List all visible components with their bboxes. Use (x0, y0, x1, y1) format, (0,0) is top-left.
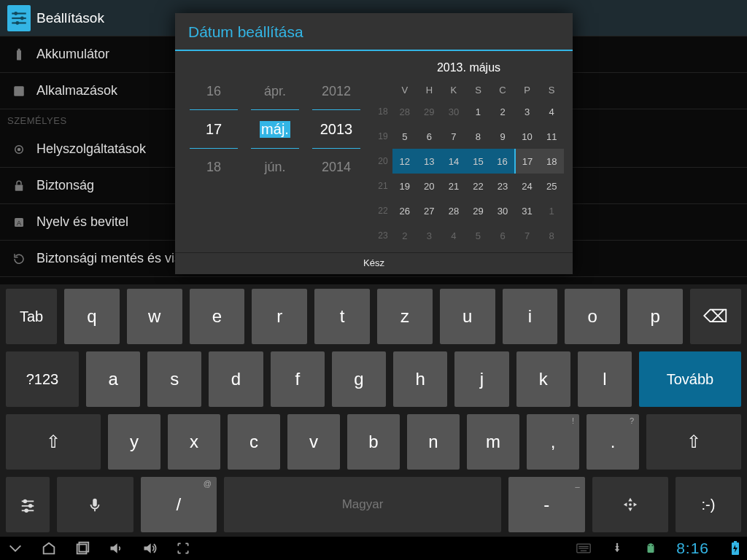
calendar-day[interactable]: 31 (515, 198, 540, 223)
spacebar[interactable]: Magyar (224, 477, 501, 532)
key-c[interactable]: c (228, 414, 280, 470)
month-spinner[interactable]: ápr. máj. jún. (251, 73, 299, 248)
key-z[interactable]: z (377, 289, 433, 344)
calendar-day[interactable]: 6 (417, 124, 442, 149)
calendar-day[interactable]: 16 (490, 149, 515, 174)
day-spinner[interactable]: 16 17 18 (190, 73, 238, 248)
key-l[interactable]: l (578, 351, 632, 407)
key-t[interactable]: t (314, 289, 370, 344)
spinner-prev[interactable]: 2012 (312, 73, 360, 109)
calendar-day[interactable]: 4 (441, 223, 466, 248)
calendar-day[interactable]: 30 (490, 198, 515, 223)
key-Tab[interactable]: Tab (6, 289, 57, 344)
key-r[interactable]: r (252, 289, 307, 344)
spinner-next[interactable]: 2014 (312, 149, 360, 185)
key-m[interactable]: m (467, 414, 519, 470)
key-x[interactable]: x (168, 414, 220, 470)
calendar-day[interactable]: 28 (441, 198, 466, 223)
spinner-prev[interactable]: ápr. (251, 73, 299, 109)
home-button[interactable] (41, 540, 57, 556)
calendar-day[interactable]: 1 (539, 198, 564, 223)
dpad-key[interactable] (592, 477, 669, 532)
calendar-day[interactable]: 5 (466, 223, 491, 248)
calendar-day[interactable]: 24 (515, 174, 540, 198)
spinner-next[interactable]: jún. (251, 149, 299, 185)
key-w[interactable]: w (127, 289, 182, 344)
key-[interactable]: ,! (527, 414, 579, 470)
calendar-day[interactable]: 12 (392, 149, 417, 174)
key-f[interactable]: f (271, 351, 325, 407)
key-u[interactable]: u (440, 289, 495, 344)
hide-keyboard-button[interactable] (7, 540, 23, 556)
calendar-day[interactable]: 1 (466, 99, 491, 124)
key-q[interactable]: q (64, 289, 120, 344)
calendar-day[interactable]: 9 (490, 124, 515, 149)
key-p[interactable]: p (627, 289, 683, 344)
next-key[interactable]: Tovább (639, 351, 741, 407)
backspace-key[interactable]: ⌫ (690, 289, 741, 344)
mic-key[interactable] (57, 477, 133, 532)
key-123[interactable]: ?123 (6, 351, 79, 407)
calendar-day[interactable]: 5 (392, 124, 417, 149)
calendar-day[interactable]: 29 (466, 198, 491, 223)
key-o[interactable]: o (565, 289, 620, 344)
calendar-day[interactable]: 19 (392, 174, 417, 198)
calendar-day[interactable]: 2 (392, 223, 417, 248)
calendar-day[interactable]: 15 (466, 149, 491, 174)
calendar-day[interactable]: 29 (417, 99, 442, 124)
calendar-day[interactable]: 28 (392, 99, 417, 124)
key-[interactable]: .? (587, 414, 639, 470)
calendar-day[interactable]: 18 (539, 149, 564, 174)
calendar-day[interactable]: 10 (515, 124, 540, 149)
calendar-day[interactable]: 7 (441, 124, 466, 149)
calendar-day[interactable]: 8 (466, 124, 491, 149)
settings-key[interactable] (6, 477, 50, 532)
calendar-day[interactable]: 22 (466, 174, 491, 198)
key-[interactable]: -_ (508, 477, 585, 532)
shift-key[interactable]: ⇧ (6, 414, 101, 470)
calendar-day[interactable]: 26 (392, 198, 417, 223)
calendar-day[interactable]: 6 (490, 223, 515, 248)
calendar-day[interactable]: 30 (441, 99, 466, 124)
key-e[interactable]: e (190, 289, 245, 344)
recents-button[interactable] (74, 540, 90, 556)
calendar-day[interactable]: 4 (539, 99, 564, 124)
calendar-day[interactable]: 2 (490, 99, 515, 124)
calendar-day[interactable]: 20 (417, 174, 442, 198)
keyboard-switch-icon[interactable] (576, 540, 592, 556)
year-spinner[interactable]: 2012 2013 2014 (312, 73, 360, 248)
emoji-key[interactable]: :-) (676, 477, 741, 532)
key-d[interactable]: d (209, 351, 263, 407)
spinner-prev[interactable]: 16 (190, 73, 238, 109)
done-button[interactable]: Kész (175, 252, 573, 274)
spinner-next[interactable]: 18 (190, 149, 238, 185)
shift-key-right[interactable]: ⇧ (646, 414, 741, 470)
key-[interactable]: /@ (141, 477, 217, 532)
key-k[interactable]: k (516, 351, 570, 407)
calendar-day[interactable]: 21 (441, 174, 466, 198)
key-v[interactable]: v (287, 414, 340, 470)
volume-down-button[interactable] (108, 540, 124, 556)
calendar-day[interactable]: 17 (515, 149, 540, 174)
calendar-day[interactable]: 11 (539, 124, 564, 149)
volume-up-button[interactable] (142, 540, 158, 556)
key-j[interactable]: j (454, 351, 508, 407)
calendar-day[interactable]: 7 (515, 223, 540, 248)
calendar-day[interactable]: 23 (490, 174, 515, 198)
calendar-day[interactable]: 25 (539, 174, 564, 198)
key-n[interactable]: n (407, 414, 460, 470)
calendar-day[interactable]: 3 (417, 223, 442, 248)
calendar-day[interactable]: 14 (441, 149, 466, 174)
calendar-day[interactable]: 3 (515, 99, 540, 124)
key-g[interactable]: g (332, 351, 386, 407)
key-h[interactable]: h (393, 351, 447, 407)
key-i[interactable]: i (503, 289, 558, 344)
key-b[interactable]: b (347, 414, 400, 470)
key-s[interactable]: s (147, 351, 201, 407)
calendar-day[interactable]: 27 (417, 198, 442, 223)
calendar-day[interactable]: 13 (417, 149, 442, 174)
screenshot-button[interactable] (175, 540, 191, 556)
key-y[interactable]: y (108, 414, 160, 470)
calendar-day[interactable]: 8 (539, 223, 564, 248)
key-a[interactable]: a (86, 351, 140, 407)
